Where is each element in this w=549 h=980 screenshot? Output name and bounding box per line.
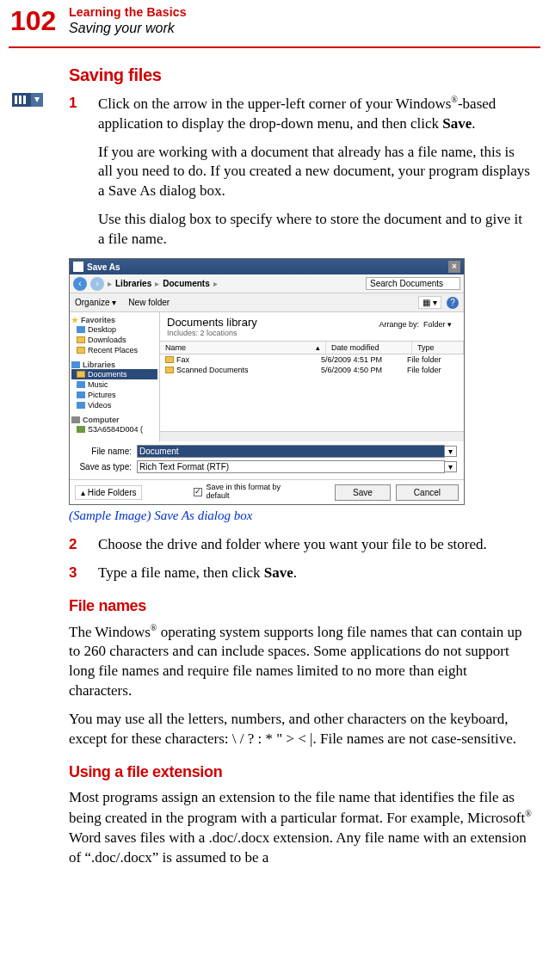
filename-input[interactable]: Document xyxy=(137,445,445,458)
view-button[interactable]: ▦ ▾ xyxy=(418,296,441,309)
step-3: 3 Type a file name, then click Save. xyxy=(69,564,532,583)
default-format-checkbox[interactable]: ✓Save in this format by default xyxy=(194,484,297,501)
dialog-title-icon xyxy=(73,262,83,272)
bold-save: Save xyxy=(264,564,293,581)
sidebar-libraries-head[interactable]: Libraries xyxy=(71,361,157,369)
bold-save: Save xyxy=(442,115,472,132)
svg-rect-2 xyxy=(19,96,22,104)
step-number: 1 xyxy=(69,94,98,134)
folder-icon xyxy=(165,367,174,373)
sidebar-desktop[interactable]: Desktop xyxy=(71,324,157,335)
text: . xyxy=(293,564,297,581)
library-header: Documents library Includes: 2 locations … xyxy=(160,312,464,341)
file-type: File folder xyxy=(407,355,459,364)
text: Type a file name, then click xyxy=(98,564,264,581)
dialog-navbar: ‹ › ▸ Libraries ▸ Documents ▸ Search Doc… xyxy=(70,274,464,293)
breadcrumb-sep: ▸ xyxy=(155,279,159,288)
text: Most programs assign an extension to the… xyxy=(69,789,525,826)
svg-rect-3 xyxy=(23,96,26,104)
dialog-footer: ▴ Hide Folders ✓Save in this format by d… xyxy=(70,479,464,504)
horizontal-scrollbar[interactable] xyxy=(160,431,464,441)
breadcrumb-documents[interactable]: Documents xyxy=(163,279,209,288)
saveastype-dropdown[interactable]: ▾ xyxy=(445,461,457,472)
sidebar-music[interactable]: Music xyxy=(71,379,157,390)
page-number: 102 xyxy=(10,5,56,37)
chapter-subtitle: Saving your work xyxy=(69,21,187,36)
breadcrumb-sep: ▸ xyxy=(108,279,112,288)
sidebar-pictures[interactable]: Pictures xyxy=(71,390,157,400)
col-date-header[interactable]: Date modified xyxy=(326,342,412,354)
file-date: 5/6/2009 4:50 PM xyxy=(321,366,407,374)
file-name: Scanned Documents xyxy=(176,366,249,374)
text: Word saves files with a .doc/.docx exten… xyxy=(69,829,527,866)
sidebar-videos[interactable]: Videos xyxy=(71,400,157,410)
step-1-para-2: If you are working with a document that … xyxy=(98,143,532,202)
filenames-para-1: The Windows® operating system supports l… xyxy=(69,622,532,701)
sidebar-downloads[interactable]: Downloads xyxy=(71,335,157,345)
sidebar-documents[interactable]: Documents xyxy=(71,369,157,379)
filename-label: File name: xyxy=(77,447,137,456)
hide-folders-button[interactable]: ▴ Hide Folders xyxy=(75,485,142,500)
text: . xyxy=(472,115,475,132)
save-as-dialog: Save As × ‹ › ▸ Libraries ▸ Documents ▸ … xyxy=(69,258,465,505)
dialog-sidebar: ★Favorites Desktop Downloads Recent Plac… xyxy=(70,312,160,441)
file-name: Fax xyxy=(176,355,189,364)
dialog-title-text: Save As xyxy=(87,262,120,272)
text: The Windows xyxy=(69,624,151,640)
help-button[interactable]: ? xyxy=(447,297,459,309)
new-folder-button[interactable]: New folder xyxy=(128,298,170,307)
saveastype-select[interactable]: Rich Text Format (RTF) xyxy=(137,460,445,473)
nav-forward-button[interactable]: › xyxy=(90,277,104,291)
dialog-titlebar: Save As × xyxy=(70,259,464,274)
save-button[interactable]: Save xyxy=(335,484,391,501)
dialog-form: File name: Document ▾ Save as type: Rich… xyxy=(70,441,464,479)
filename-dropdown[interactable]: ▾ xyxy=(445,446,457,457)
col-type-header[interactable]: Type xyxy=(412,342,464,354)
library-subtitle: Includes: 2 locations xyxy=(167,329,457,337)
step-2: 2 Choose the drive and folder where you … xyxy=(69,535,532,555)
heading-saving-files: Saving files xyxy=(69,65,532,85)
column-headers: Name ▴ Date modified Type xyxy=(160,341,464,354)
cancel-button[interactable]: Cancel xyxy=(396,484,459,501)
step-number: 3 xyxy=(69,564,98,583)
app-dropdown-icon xyxy=(12,93,43,107)
search-input[interactable]: Search Documents xyxy=(366,277,460,290)
heading-file-extension: Using a file extension xyxy=(69,763,532,781)
breadcrumb-libraries[interactable]: Libraries xyxy=(115,279,151,288)
chapter-title: Learning the Basics xyxy=(69,5,187,19)
text: Click on the arrow in the upper-left cor… xyxy=(98,96,451,112)
heading-file-names: File names xyxy=(69,597,532,615)
saveastype-label: Save as type: xyxy=(77,462,137,472)
organize-dropdown[interactable]: Organize ▾ xyxy=(75,298,116,307)
reg-mark: ® xyxy=(525,809,532,818)
figure-caption: (Sample Image) Save As dialog box xyxy=(69,508,532,523)
header-rule xyxy=(9,46,540,48)
dialog-toolbar: Organize ▾ New folder ▦ ▾ ? xyxy=(70,293,464,312)
step-text: Choose the drive and folder where you wa… xyxy=(98,535,532,555)
folder-icon xyxy=(165,356,174,363)
dialog-main-pane: Documents library Includes: 2 locations … xyxy=(160,312,464,441)
sidebar-computer-head[interactable]: Computer xyxy=(71,416,157,424)
chapter-header: Learning the Basics Saving your work xyxy=(69,5,187,36)
close-button[interactable]: × xyxy=(448,261,460,273)
step-text: Click on the arrow in the upper-left cor… xyxy=(98,94,532,134)
nav-back-button[interactable]: ‹ xyxy=(73,277,87,291)
sidebar-drive[interactable]: S3A6584D004 ( xyxy=(71,424,157,435)
file-date: 5/6/2009 4:51 PM xyxy=(321,355,407,364)
col-name-header[interactable]: Name ▴ xyxy=(160,342,326,354)
reg-mark: ® xyxy=(451,95,458,104)
step-number: 2 xyxy=(69,535,98,555)
arrange-by-dropdown[interactable]: Arrange by: Folder ▾ xyxy=(379,320,452,329)
checkbox-icon: ✓ xyxy=(194,488,202,496)
file-row[interactable]: Fax 5/6/2009 4:51 PM File folder xyxy=(160,354,464,365)
file-type: File folder xyxy=(407,366,459,374)
filenames-para-2: You may use all the letters, numbers, an… xyxy=(69,710,532,749)
step-1: 1 Click on the arrow in the upper-left c… xyxy=(69,94,532,134)
step-1-para-3: Use this dialog box to specify where to … xyxy=(98,210,532,250)
sidebar-favorites-head[interactable]: ★Favorites xyxy=(71,316,157,324)
file-row[interactable]: Scanned Documents 5/6/2009 4:50 PM File … xyxy=(160,365,464,375)
svg-rect-1 xyxy=(15,96,17,104)
step-text: Type a file name, then click Save. xyxy=(98,564,532,583)
sidebar-recent[interactable]: Recent Places xyxy=(71,345,157,355)
fileext-para-1: Most programs assign an extension to the… xyxy=(69,788,532,867)
